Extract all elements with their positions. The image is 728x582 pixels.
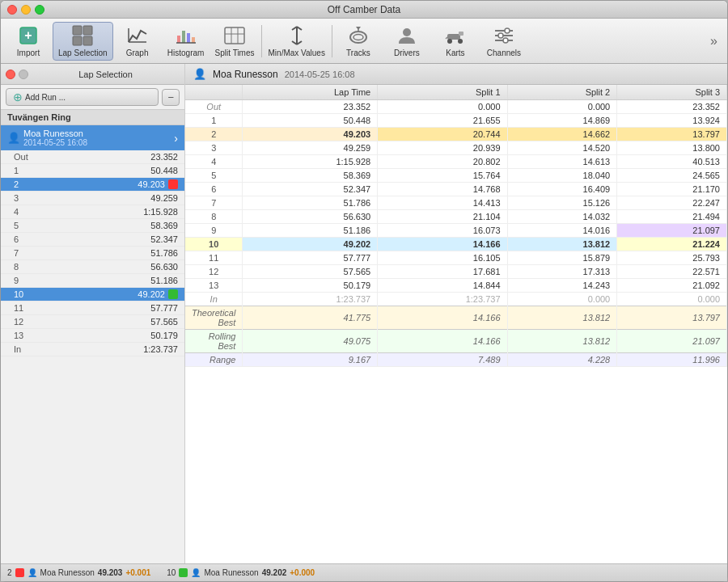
add-run-bar: ⊕ Add Run ... − bbox=[1, 85, 184, 110]
table-row[interactable]: 6 52.347 14.768 16.409 21.170 bbox=[185, 183, 727, 196]
tracks-button[interactable]: Tracks bbox=[334, 22, 383, 61]
table-row[interactable]: 11 57.777 16.105 15.879 25.793 bbox=[185, 251, 727, 265]
table-row[interactable]: 4 1:15.928 20.802 14.613 40.513 bbox=[185, 155, 727, 169]
driver-expand-icon: › bbox=[174, 132, 178, 145]
driver-name: Moa Runesson bbox=[23, 129, 171, 138]
lap-time: 51.786 bbox=[33, 248, 178, 258]
svg-point-29 bbox=[458, 39, 463, 44]
karts-button[interactable]: Karts bbox=[431, 22, 480, 61]
graph-button[interactable]: Graph bbox=[113, 22, 162, 61]
import-icon: + bbox=[17, 24, 40, 47]
cell-lap: 2 bbox=[185, 128, 243, 141]
list-item[interactable]: 3 49.259 bbox=[1, 192, 184, 205]
list-item[interactable]: 10 49.202 bbox=[1, 288, 184, 302]
cell-lap: 13 bbox=[185, 279, 243, 293]
toolbar: + Import Lap Selection bbox=[1, 19, 727, 64]
list-item[interactable]: 12 57.565 bbox=[1, 315, 184, 329]
main-content: Lap Selection ⊕ Add Run ... − Tuvängen R… bbox=[1, 64, 727, 563]
table-row[interactable]: 3 49.259 20.939 14.520 13.800 bbox=[185, 141, 727, 155]
lap-time: 57.565 bbox=[33, 317, 178, 327]
sidebar-toggle-button[interactable] bbox=[19, 70, 28, 79]
lap-time: 1:23.737 bbox=[33, 344, 178, 354]
driver-person-icon: 👤 bbox=[7, 132, 20, 144]
list-item[interactable]: 5 58.369 bbox=[1, 219, 184, 233]
cell-lap-time: 49.202 bbox=[243, 238, 378, 251]
svg-rect-4 bbox=[73, 36, 82, 45]
col-lap bbox=[185, 85, 243, 100]
list-item[interactable]: In 1:23.737 bbox=[1, 343, 184, 356]
lap-number: 8 bbox=[14, 262, 33, 272]
add-run-button[interactable]: ⊕ Add Run ... bbox=[6, 88, 159, 106]
status-badge-green bbox=[179, 568, 188, 577]
table-row[interactable]: 13 50.179 14.844 14.243 21.092 bbox=[185, 279, 727, 293]
cell-lap: In bbox=[185, 293, 243, 306]
list-item[interactable]: 6 52.347 bbox=[1, 233, 184, 247]
list-item[interactable]: 13 50.179 bbox=[1, 329, 184, 343]
close-button[interactable] bbox=[7, 5, 17, 15]
split-times-button[interactable]: Split Times bbox=[210, 22, 260, 61]
table-row[interactable]: 5 58.369 15.764 18.040 24.565 bbox=[185, 169, 727, 183]
table-row[interactable]: In 1:23.737 1:23.737 0.000 0.000 bbox=[185, 293, 727, 306]
table-row[interactable]: 12 57.565 17.681 17.313 22.571 bbox=[185, 265, 727, 279]
status-driver-icon-1: 👤 bbox=[28, 568, 37, 577]
list-item[interactable]: Out 23.352 bbox=[1, 150, 184, 164]
cell-lap: Out bbox=[185, 100, 243, 114]
cell-lap-time: 50.448 bbox=[243, 114, 378, 128]
cell-split2: 15.126 bbox=[507, 196, 617, 210]
table-row[interactable]: Out 23.352 0.000 0.000 23.352 bbox=[185, 100, 727, 114]
lap-time: 50.179 bbox=[33, 331, 178, 340]
table-row[interactable]: 7 51.786 14.413 15.126 22.247 bbox=[185, 196, 727, 210]
sidebar-close-button[interactable] bbox=[6, 70, 15, 79]
minimize-button[interactable] bbox=[21, 5, 31, 15]
list-item[interactable]: 2 49.203 bbox=[1, 178, 184, 192]
cell-split1: 16.073 bbox=[378, 224, 507, 238]
col-split1: Split 1 bbox=[378, 85, 507, 100]
lap-number: 1 bbox=[14, 166, 33, 175]
svg-point-37 bbox=[503, 38, 508, 43]
table-row[interactable]: 10 49.202 14.166 13.812 21.224 bbox=[185, 238, 727, 251]
minmax-button[interactable]: Min/Max Values bbox=[264, 22, 330, 61]
maximize-button[interactable] bbox=[35, 5, 44, 15]
table-row[interactable]: 8 56.630 21.104 14.032 21.494 bbox=[185, 210, 727, 224]
svg-rect-8 bbox=[177, 36, 180, 43]
remove-run-button[interactable]: − bbox=[162, 89, 180, 106]
cell-split1: 20.939 bbox=[378, 141, 507, 155]
overflow-button[interactable]: » bbox=[704, 31, 724, 52]
lap-time: 52.347 bbox=[33, 234, 178, 244]
table-row[interactable]: 1 50.448 21.655 14.869 13.924 bbox=[185, 114, 727, 128]
svg-point-28 bbox=[447, 39, 452, 44]
rolling-best-row: Rolling Best 49.075 14.166 13.812 21.097 bbox=[185, 330, 727, 353]
status-badge-red bbox=[15, 568, 24, 577]
list-item[interactable]: 8 56.630 bbox=[1, 260, 184, 274]
driver-row[interactable]: 👤 Moa Runesson 2014-05-25 16:08 › bbox=[1, 125, 184, 150]
split-times-label: Split Times bbox=[215, 48, 255, 57]
graph-icon bbox=[126, 24, 149, 47]
histogram-button[interactable]: Histogram bbox=[162, 22, 210, 61]
cell-split1: 20.744 bbox=[378, 128, 507, 141]
cell-split3: 22.571 bbox=[617, 265, 727, 279]
drivers-button[interactable]: Drivers bbox=[383, 22, 431, 61]
list-item[interactable]: 11 57.777 bbox=[1, 302, 184, 315]
cell-split1: 14.166 bbox=[378, 238, 507, 251]
histogram-label: Histogram bbox=[167, 48, 205, 57]
cell-label: Range bbox=[185, 353, 243, 367]
list-item[interactable]: 7 51.786 bbox=[1, 247, 184, 260]
list-item[interactable]: 1 50.448 bbox=[1, 164, 184, 178]
cell-lap: 4 bbox=[185, 155, 243, 169]
separator2 bbox=[332, 25, 332, 57]
sidebar-header: Lap Selection bbox=[1, 64, 184, 85]
cell-lap-time: 51.786 bbox=[243, 196, 378, 210]
cell-lap-time: 57.565 bbox=[243, 265, 378, 279]
list-item[interactable]: 4 1:15.928 bbox=[1, 205, 184, 219]
add-run-label: Add Run ... bbox=[25, 93, 66, 102]
table-row[interactable]: 2 49.203 20.744 14.662 13.797 bbox=[185, 128, 727, 141]
cell-split3: 40.513 bbox=[617, 155, 727, 169]
table-row[interactable]: 9 51.186 16.073 14.016 21.097 bbox=[185, 224, 727, 238]
lap-selection-button[interactable]: Lap Selection bbox=[53, 22, 113, 61]
channels-button[interactable]: Channels bbox=[480, 22, 528, 61]
list-item[interactable]: 9 51.186 bbox=[1, 274, 184, 288]
col-split2: Split 2 bbox=[507, 85, 617, 100]
import-button[interactable]: + Import bbox=[4, 22, 53, 61]
cell-split3: 24.565 bbox=[617, 169, 727, 183]
cell-split1: 7.489 bbox=[378, 353, 507, 367]
